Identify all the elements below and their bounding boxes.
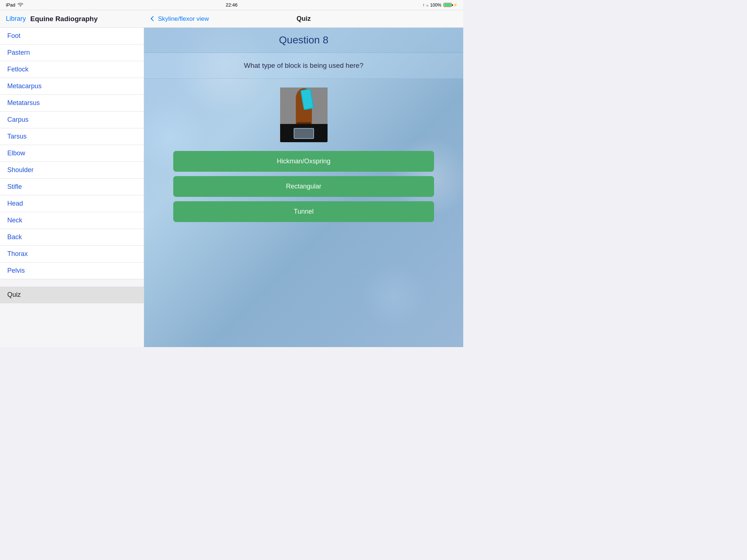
nav-right-section: Skyline/flexor view Quiz bbox=[144, 15, 463, 23]
device-label: iPad bbox=[6, 2, 15, 8]
status-right: ↑ ⬦ 100% ⚡ bbox=[422, 3, 457, 8]
sidebar-item-neck[interactable]: Neck bbox=[0, 212, 144, 229]
back-button[interactable]: Skyline/flexor view bbox=[151, 15, 209, 23]
question-header: Question 8 bbox=[144, 28, 463, 53]
sidebar-item-stifle[interactable]: Stifle bbox=[0, 179, 144, 195]
location-icon: ↑ bbox=[422, 3, 425, 8]
nav-bar: Library Equine Radiography Skyline/flexo… bbox=[0, 10, 463, 28]
sidebar-item-foot[interactable]: Foot bbox=[0, 28, 144, 44]
bokeh-4 bbox=[361, 263, 427, 329]
sidebar-item-metacarpus[interactable]: Metacarpus bbox=[0, 78, 144, 95]
status-left: iPad bbox=[6, 2, 23, 8]
sidebar-item-shoulder[interactable]: Shoulder bbox=[0, 162, 144, 179]
sidebar-item-tarsus[interactable]: Tarsus bbox=[0, 128, 144, 145]
svg-rect-11 bbox=[294, 128, 314, 139]
question-text: What type of block is being used here? bbox=[159, 62, 449, 70]
question-image bbox=[280, 88, 328, 142]
nav-left-section: Library Equine Radiography bbox=[0, 15, 144, 23]
battery-percentage: 100% bbox=[430, 3, 441, 8]
battery-icon bbox=[444, 3, 452, 7]
library-link[interactable]: Library bbox=[6, 15, 26, 23]
sidebar-gap bbox=[0, 279, 144, 287]
svg-point-0 bbox=[20, 6, 21, 7]
answer-button-2[interactable]: Rectangular bbox=[173, 176, 434, 197]
chevron-left-icon bbox=[151, 16, 156, 21]
sidebar-item-back[interactable]: Back bbox=[0, 229, 144, 246]
quiz-content: Question 8 What type of block is being u… bbox=[144, 28, 463, 347]
answer-button-1[interactable]: Hickman/Oxspring bbox=[173, 151, 434, 172]
question-image-area bbox=[271, 79, 336, 151]
sidebar-item-pelvis[interactable]: Pelvis bbox=[0, 262, 144, 279]
app-title: Equine Radiography bbox=[30, 15, 98, 23]
sidebar-item-head[interactable]: Head bbox=[0, 195, 144, 212]
wifi-icon bbox=[18, 2, 23, 8]
sidebar-item-pastern[interactable]: Pastern bbox=[0, 44, 144, 61]
lightning-icon: ⚡ bbox=[453, 3, 457, 7]
status-time: 22:46 bbox=[226, 2, 238, 8]
bluetooth-icon: ⬦ bbox=[426, 3, 429, 8]
question-number: Question 8 bbox=[151, 34, 456, 46]
sidebar-item-thorax[interactable]: Thorax bbox=[0, 246, 144, 262]
question-text-area: What type of block is being used here? bbox=[144, 53, 463, 79]
back-label: Skyline/flexor view bbox=[158, 15, 209, 23]
answer-button-3[interactable]: Tunnel bbox=[173, 201, 434, 222]
sidebar-item-elbow[interactable]: Elbow bbox=[0, 145, 144, 162]
status-bar: iPad 22:46 ↑ ⬦ 100% ⚡ bbox=[0, 0, 463, 10]
sidebar-item-carpus[interactable]: Carpus bbox=[0, 112, 144, 128]
sidebar-item-quiz[interactable]: Quiz bbox=[0, 287, 144, 303]
sidebar-item-fetlock[interactable]: Fetlock bbox=[0, 61, 144, 78]
sidebar: Foot Pastern Fetlock Metacarpus Metatars… bbox=[0, 28, 144, 347]
quiz-nav-title: Quiz bbox=[297, 15, 311, 23]
main-layout: Foot Pastern Fetlock Metacarpus Metatars… bbox=[0, 28, 463, 347]
answers-area: Hickman/Oxspring Rectangular Tunnel bbox=[144, 151, 463, 222]
sidebar-item-metatarsus[interactable]: Metatarsus bbox=[0, 95, 144, 112]
